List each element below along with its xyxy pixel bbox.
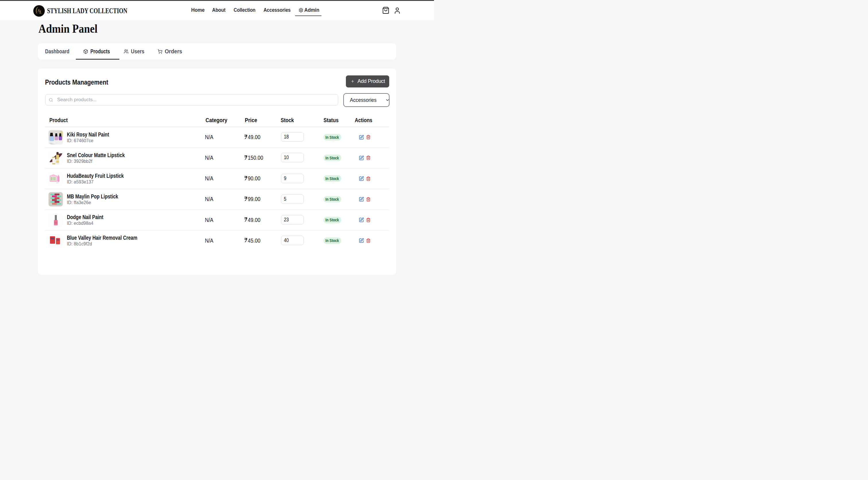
svg-text:L: L <box>39 10 42 14</box>
